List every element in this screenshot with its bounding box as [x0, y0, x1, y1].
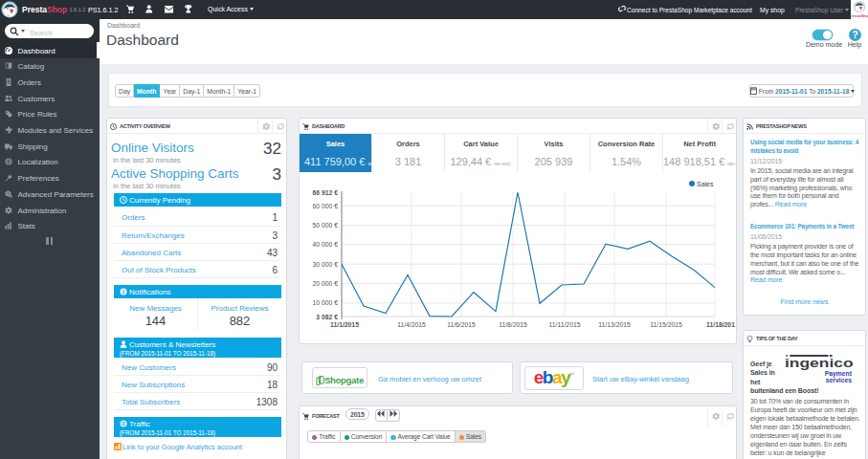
svg-text:11/6/2015: 11/6/2015 [447, 321, 476, 328]
svg-text:11/13/2015: 11/13/2015 [598, 321, 631, 328]
svg-text:30 000 €: 30 000 € [313, 261, 339, 268]
svg-text:20 000 €: 20 000 € [313, 280, 339, 287]
svg-text:66 912 €: 66 912 € [313, 189, 339, 196]
svg-text:Sales: Sales [697, 181, 714, 187]
svg-text:50 000 €: 50 000 € [313, 222, 339, 229]
svg-text:11/1/2015: 11/1/2015 [330, 321, 359, 328]
svg-text:3 082 €: 3 082 € [316, 314, 338, 320]
svg-text:11/4/2015: 11/4/2015 [397, 321, 426, 328]
svg-text:60 000 €: 60 000 € [313, 203, 339, 209]
svg-text:40 000 €: 40 000 € [313, 241, 339, 248]
svg-text:11/8/2015: 11/8/2015 [499, 321, 527, 328]
svg-text:11/15/2015: 11/15/2015 [650, 321, 682, 328]
svg-text:11/11/2015: 11/11/2015 [548, 321, 580, 328]
svg-text:PrestaShop: PrestaShop [851, 13, 868, 18]
svg-text:10 000 €: 10 000 € [313, 299, 339, 306]
svg-text:11/18/201: 11/18/201 [706, 321, 735, 328]
